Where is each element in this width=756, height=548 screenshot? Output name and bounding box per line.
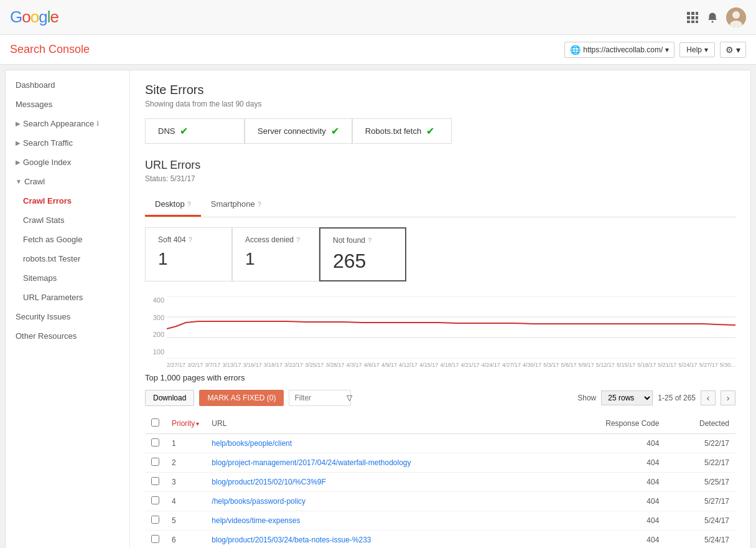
crawl-errors-label: Crawl Errors [23, 196, 72, 206]
access-denied-label: Access denied ? [245, 235, 306, 244]
help-button[interactable]: Help ▾ [679, 42, 715, 57]
user-avatar[interactable] [726, 7, 746, 27]
help-label: Help [686, 45, 702, 54]
row-url-3[interactable]: blog/product/2015/02/10/%C3%9F [205, 473, 556, 492]
robots-fetch-label: Robots.txt fetch [365, 126, 421, 136]
data-table: Priority ▾ URL Response Code Detected [145, 413, 735, 548]
sidebar-item-robots-tester[interactable]: robots.txt Tester [6, 249, 129, 268]
prev-page-button[interactable]: ‹ [701, 390, 716, 405]
triangle-icon3: ▶ [16, 159, 21, 166]
sidebar-item-crawl[interactable]: ▼ Crawl [6, 172, 129, 191]
x-label-26: 5/21/17 [658, 362, 676, 368]
sidebar-item-crawl-stats[interactable]: Crawl Stats [6, 210, 129, 230]
google-logo-text: Google [10, 7, 58, 27]
access-denied-help-icon: ? [296, 236, 300, 243]
url-dropdown[interactable]: 🌐 https://activecollab.com/ ▾ [564, 42, 674, 58]
svg-rect-2 [696, 12, 698, 15]
smartphone-help-icon: ? [258, 201, 261, 208]
table-section: Top 1,000 pages with errors Download MAR… [145, 373, 735, 548]
row-date-4: 5/27/17 [665, 492, 735, 511]
dns-box[interactable]: DNS ✔ [145, 118, 245, 144]
table-row: 5 help/videos/time-expenses 404 5/24/17 [145, 511, 735, 531]
row-url-6[interactable]: blog/product/2015/03/24/beta-notes-issue… [205, 531, 556, 549]
svg-point-11 [732, 11, 740, 19]
mark-as-fixed-button[interactable]: MARK AS FIXED (0) [199, 390, 284, 406]
row-checkbox-3[interactable] [151, 477, 159, 485]
sidebar-item-sitemaps[interactable]: Sitemaps [6, 268, 129, 288]
sidebar-item-url-params[interactable]: URL Parameters [6, 288, 129, 307]
soft-404-help-icon: ? [189, 236, 192, 243]
x-label-9: 3/28/17 [325, 362, 344, 368]
sidebar-item-other-resources[interactable]: Other Resources [6, 326, 129, 346]
row-code-6: 404 [556, 531, 666, 549]
x-label-15: 4/18/17 [440, 362, 459, 368]
soft-404-box[interactable]: Soft 404 ? 1 [145, 227, 232, 281]
detected-header: Detected [665, 413, 735, 434]
sidebar-item-security[interactable]: Security Issues [6, 307, 129, 326]
x-label-22: 5/9/17 [579, 362, 594, 368]
chart-plot-area: 2/27/17 3/2/17 3/7/17 3/13/17 3/16/17 3/… [167, 296, 735, 368]
main-layout: Dashboard Messages ▶ Search Appearance ℹ… [5, 70, 751, 548]
rows-per-page-select[interactable]: 25 rows 50 rows 100 rows [601, 390, 653, 405]
row-date-5: 5/24/17 [665, 511, 735, 531]
row-url-5[interactable]: help/videos/time-expenses [205, 511, 556, 531]
url-errors-section: URL Errors Status: 5/31/17 Desktop ? Sma… [145, 159, 735, 548]
svg-point-9 [712, 21, 714, 22]
row-code-2: 404 [556, 453, 666, 473]
x-label-3: 3/7/17 [205, 362, 220, 368]
grid-icon[interactable] [686, 11, 699, 24]
row-checkbox-6[interactable] [151, 535, 159, 543]
tab-smartphone[interactable]: Smartphone ? [201, 193, 271, 217]
x-label-24: 5/15/17 [617, 362, 635, 368]
sidebar-item-dashboard[interactable]: Dashboard [6, 75, 129, 95]
row-checkbox-2[interactable] [151, 458, 159, 466]
chart-y-axis: 400 300 200 100 [145, 296, 167, 368]
row-date-1: 5/22/17 [665, 434, 735, 453]
download-button[interactable]: Download [145, 390, 194, 406]
not-found-box[interactable]: Not found ? 265 [319, 227, 406, 281]
row-checkbox-5[interactable] [151, 516, 159, 524]
settings-button[interactable]: ⚙ ▾ [720, 42, 746, 58]
priority-sort[interactable]: Priority ▾ [172, 419, 199, 428]
dashboard-label: Dashboard [16, 80, 55, 90]
x-label-7: 3/22/17 [284, 362, 303, 368]
logo-o1: o [22, 7, 30, 26]
access-denied-box[interactable]: Access denied ? 1 [232, 227, 319, 281]
table-header: Top 1,000 pages with errors [145, 373, 735, 382]
row-checkbox-1[interactable] [151, 438, 159, 446]
chart-section: 400 300 200 100 [145, 296, 735, 368]
url-dropdown-arrow: ▾ [665, 45, 669, 54]
sidebar-item-crawl-errors[interactable]: Crawl Errors [6, 191, 129, 210]
x-label-17: 4/24/17 [482, 362, 500, 368]
row-date-3: 5/25/17 [665, 473, 735, 492]
select-all-checkbox[interactable] [151, 418, 159, 427]
row-url-1[interactable]: help/books/people/client [205, 434, 556, 453]
sidebar-item-google-index[interactable]: ▶ Google Index [6, 153, 129, 172]
table-actions: Download MARK AS FIXED (0) ▽ Show 25 row… [145, 390, 735, 406]
svg-rect-3 [687, 16, 690, 19]
notification-icon[interactable] [706, 11, 719, 24]
fetch-google-label: Fetch as Google [23, 235, 82, 244]
sidebar-item-search-traffic[interactable]: ▶ Search Traffic [6, 133, 129, 153]
table-actions-right: Show 25 rows 50 rows 100 rows 1-25 of 26… [577, 390, 735, 405]
row-checkbox-4[interactable] [151, 496, 159, 504]
help-dropdown-arrow: ▾ [704, 45, 708, 54]
tab-desktop[interactable]: Desktop ? [145, 193, 201, 217]
sidebar-item-fetch-as-google[interactable]: Fetch as Google [6, 230, 129, 249]
server-check-icon: ✔ [331, 125, 339, 137]
row-url-2[interactable]: blog/project-management/2017/04/24/water… [205, 453, 556, 473]
sidebar-item-search-appearance[interactable]: ▶ Search Appearance ℹ [6, 114, 129, 133]
robots-fetch-box[interactable]: Robots.txt fetch ✔ [352, 118, 452, 144]
sidebar-item-messages[interactable]: Messages [6, 95, 129, 114]
filter-input[interactable] [294, 394, 344, 402]
server-connectivity-box[interactable]: Server connectivity ✔ [245, 118, 352, 144]
triangle-icon: ▶ [16, 120, 21, 127]
next-page-button[interactable]: › [721, 390, 735, 405]
svg-rect-4 [691, 16, 694, 19]
priority-header[interactable]: Priority ▾ [166, 413, 205, 434]
x-label-19: 4/30/17 [523, 362, 541, 368]
chart-with-labels: 400 300 200 100 [145, 296, 735, 368]
x-label-8: 3/25/17 [305, 362, 324, 368]
table-body: 1 help/books/people/client 404 5/22/17 2… [145, 434, 735, 549]
row-url-4[interactable]: /help/books/password-policy [205, 492, 556, 511]
